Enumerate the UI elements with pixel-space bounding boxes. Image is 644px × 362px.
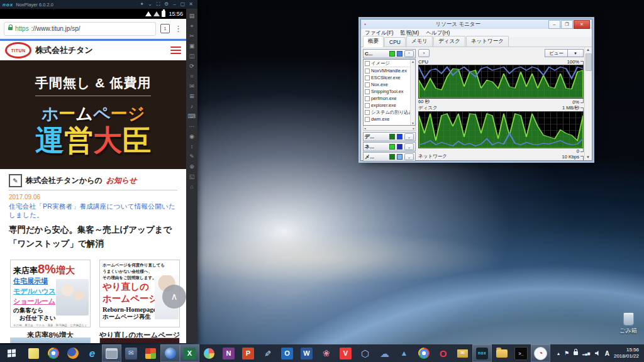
paint-app-taskbar-button[interactable] [199, 344, 219, 362]
noxplayer-window[interactable]: nox NoxPlayer 6.0.2.0 ✦⌄⛶⚙–▢✕ 15:56 http… [0, 0, 197, 343]
nox-titlebar[interactable]: nox NoxPlayer 6.0.2.0 ✦⌄⛶⚙–▢✕ [0, 0, 197, 9]
action-center-flag-icon[interactable]: ⚑ [564, 350, 569, 356]
tab-counter-button[interactable]: 1 [160, 24, 170, 33]
process-row[interactable]: dwm.exe [364, 116, 415, 123]
view-button-label[interactable]: ビュー [545, 49, 568, 57]
folder-mail-app-taskbar-button[interactable]: ✉ [453, 344, 472, 362]
tab-ネットワーク[interactable]: ネットワーク [466, 36, 509, 47]
powerpoint-taskbar-button[interactable]: P [238, 344, 258, 362]
maximize-button[interactable]: ❐ [561, 20, 573, 29]
word-taskbar-button[interactable]: W [297, 344, 316, 362]
process-checkbox[interactable] [365, 82, 370, 87]
collapsed-section-header[interactable]: ネ...⌄ [363, 142, 416, 151]
resource-monitor-window[interactable]: ◔ リソース モニター – ❐ ✕ ファイル(F)監視(M)ヘルプ(H) 概要C… [360, 19, 592, 161]
chevron-down-icon[interactable]: ⌄ [146, 1, 154, 8]
process-list-header[interactable]: イメージ [364, 60, 415, 67]
collapsed-section-header[interactable]: デ...⌄ [363, 132, 416, 141]
process-checkbox[interactable] [365, 103, 370, 108]
outlook-taskbar-button[interactable]: O [277, 344, 297, 362]
scrollbar-thumb[interactable] [586, 53, 592, 71]
process-checkbox[interactable] [365, 117, 370, 122]
nox-sidebar-tool-icon[interactable]: ⌂ [190, 184, 193, 190]
news-link[interactable]: 住宅会社「PR実務者」養成講座について情報公開いたしました。 [9, 202, 177, 220]
process-row[interactable]: perfmon.exe [364, 95, 415, 102]
nox-sidebar-tool-icon[interactable]: ⌖ [190, 23, 193, 29]
minimize-icon[interactable]: – [170, 1, 179, 8]
url-bar[interactable]: https ://www.titun.jp/sp/ [4, 22, 156, 36]
hexagon-app-taskbar-button[interactable]: ⬡ [355, 344, 375, 362]
android-screen[interactable]: 15:56 https ://www.titun.jp/sp/ 1 ⋮ TITU… [0, 9, 186, 343]
nox-sidebar-tool-icon[interactable]: ✉ [189, 83, 194, 89]
rose-app-taskbar-button[interactable]: ❀ [316, 344, 336, 362]
process-checkbox[interactable] [365, 69, 370, 74]
ime-indicator[interactable]: A [605, 350, 609, 357]
process-list-vscrollbar[interactable]: ▲▼ [410, 60, 415, 125]
firefox-taskbar-button[interactable] [63, 344, 82, 362]
nox-sidebar-tool-icon[interactable]: ◫ [189, 53, 195, 59]
chrome-taskbar-button[interactable] [43, 344, 63, 362]
nox-sidebar-tool-icon[interactable]: ⌗ [190, 73, 193, 79]
perfmon-taskbar-button[interactable]: ◔ [531, 344, 550, 362]
select-all-checkbox[interactable] [365, 61, 370, 66]
triangle-app-taskbar-button[interactable]: ▲ [394, 344, 414, 362]
process-row[interactable]: explorer.exe [364, 102, 415, 109]
minimize-button[interactable]: – [548, 20, 560, 29]
nox-sidebar-tool-icon[interactable]: ⋯ [189, 123, 195, 129]
file-explorer-taskbar-button[interactable] [492, 344, 511, 362]
process-row[interactable]: NoxVMHandle.ex [364, 67, 415, 74]
network-icon[interactable]: ▂▄▆ [582, 351, 591, 355]
nox-sidebar-tool-icon[interactable]: ◱ [189, 173, 195, 180]
process-row[interactable]: SnippingTool.ex [364, 88, 415, 95]
vivaldi-taskbar-button[interactable]: V [336, 344, 355, 362]
opera-taskbar-button[interactable]: O [433, 344, 453, 362]
hidden-icons-chevron-icon[interactable]: ▴ [557, 351, 560, 356]
mail-app-taskbar-button[interactable]: ✉ [121, 344, 141, 362]
nox-sidebar-tool-icon[interactable]: ▤ [189, 13, 195, 19]
gift-icon[interactable]: ✦ [138, 1, 146, 8]
tab-ディスク[interactable]: ディスク [433, 36, 465, 47]
recycle-bin[interactable]: ごみ箱 [614, 312, 643, 335]
tab-メモリ[interactable]: メモリ [406, 36, 433, 47]
view-dropdown[interactable]: ビュー ▼ [545, 49, 584, 57]
maximize-icon[interactable]: ▢ [179, 1, 187, 8]
hero-banner[interactable]: 手間無し & 低費用 ホームページ 運営大臣 [0, 60, 186, 169]
view-dropdown-arrow-icon[interactable]: ▼ [568, 49, 584, 57]
lock-icon[interactable] [574, 351, 578, 355]
expand-button[interactable]: › [418, 49, 430, 57]
nox-sidebar-tool-icon[interactable]: ⟳ [189, 63, 194, 69]
onenote-taskbar-button[interactable]: N [219, 344, 238, 362]
chrome-2-taskbar-button[interactable] [414, 344, 433, 362]
cmd-taskbar-button[interactable]: >_ [511, 344, 531, 362]
collapsed-section-header[interactable]: メ...⌄ [363, 152, 416, 162]
browser-menu-icon[interactable]: ⋮ [174, 25, 182, 33]
nox-sidebar-tool-icon[interactable]: ✎ [189, 153, 194, 160]
nox-sidebar-tool-icon[interactable]: ⊞ [189, 93, 194, 99]
cpu-section-header[interactable]: C... ⌃ [363, 49, 416, 58]
nox-sidebar-tool-icon[interactable]: ↕ [191, 143, 194, 150]
partial-card-right[interactable] [99, 337, 180, 343]
start-button[interactable] [0, 344, 24, 362]
process-checkbox[interactable] [365, 96, 370, 101]
close-icon[interactable]: ✕ [187, 1, 195, 8]
nox-sidebar-tool-icon[interactable]: ⊕ [189, 163, 194, 170]
noxplayer-taskbar-button[interactable]: nox [472, 344, 492, 362]
hamburger-menu-icon[interactable] [170, 47, 181, 55]
excel-taskbar-button[interactable]: X [180, 344, 199, 362]
nox-sidebar-tool-icon[interactable]: ▣ [189, 43, 195, 49]
nox-sidebar-tool-icon[interactable]: ◉ [189, 133, 194, 140]
cloud-app-taskbar-button[interactable]: ☁ [375, 344, 394, 362]
collapse-chevron-up-icon[interactable]: ⌃ [404, 50, 414, 57]
expand-chevron-down-icon[interactable]: ⌄ [404, 133, 414, 140]
office-app-taskbar-button[interactable] [141, 344, 160, 362]
snipping-tool-taskbar-button[interactable] [102, 344, 121, 362]
resmon-vscrollbar[interactable]: ▲▼ [584, 47, 591, 160]
expand-chevron-down-icon[interactable]: ⌄ [404, 153, 414, 160]
process-row[interactable]: システムの割り込み [364, 109, 415, 116]
scroll-to-top-button[interactable]: ∧ [162, 285, 186, 309]
promo-card-visit-rate[interactable]: 来店率8%増大 住宅展示場モデルハウスショールーム の集客なら お任せ下さい そ… [10, 260, 91, 327]
process-checkbox[interactable] [365, 89, 370, 94]
expand-chevron-down-icon[interactable]: ⌄ [404, 143, 414, 150]
ie-taskbar-button[interactable]: e [82, 344, 102, 362]
tab-CPU[interactable]: CPU [384, 37, 406, 47]
nox-sidebar-tool-icon[interactable]: ⌨ [188, 113, 196, 119]
